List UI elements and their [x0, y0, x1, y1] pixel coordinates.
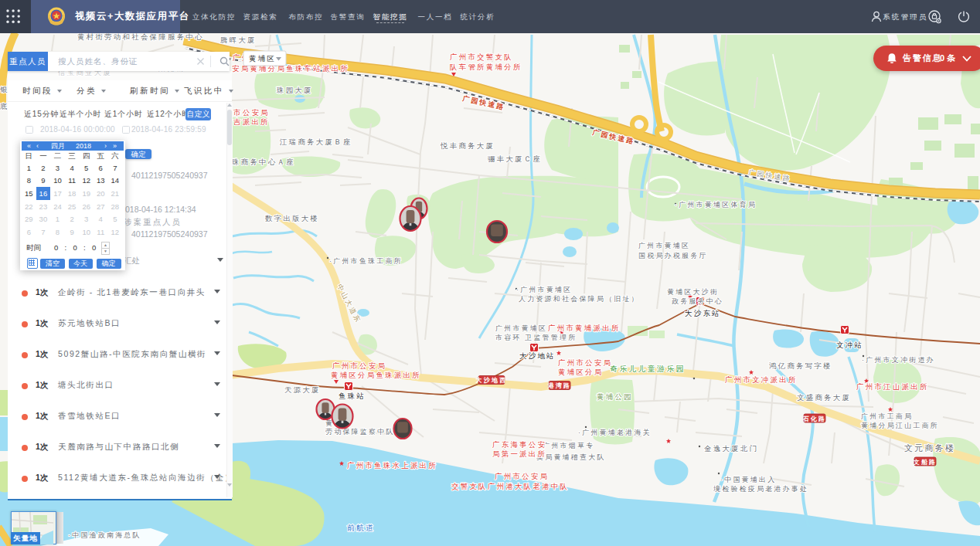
- svg-text:文元商务楼: 文元商务楼: [904, 443, 955, 453]
- svg-text:黄埔区大沙街: 黄埔区大沙街: [667, 288, 719, 296]
- svg-text:鸿亿商务写字楼: 鸿亿商务写字楼: [769, 361, 832, 370]
- svg-text:·广州市黄埔区体育局: ·广州市黄埔区体育局: [675, 201, 757, 209]
- svg-text:文船路: 文船路: [913, 459, 937, 466]
- svg-text:广州市文冲派出所: 广州市文冲派出所: [725, 375, 798, 384]
- svg-text:·广州市黄埔区: ·广州市黄埔区: [516, 286, 572, 293]
- svg-text:广州市鱼珠水上派出所: 广州市鱼珠水上派出所: [347, 461, 437, 470]
- svg-text:市公安局: 市公安局: [233, 108, 270, 117]
- svg-text:广州市江山派出所: 广州市江山派出所: [856, 382, 929, 391]
- svg-text:黄埔区: 黄埔区: [249, 54, 276, 63]
- svg-text:政务服务中心: 政务服务中心: [672, 297, 723, 305]
- svg-text:市容环 卫监管管理所: 市容环 卫监管管理所: [495, 334, 577, 341]
- svg-text:广州市黄埔区: 广州市黄埔区: [495, 324, 547, 332]
- svg-text:骊丰大厦Ｃ座: 骊丰大厦Ｃ座: [488, 154, 542, 163]
- svg-text:腾晖大厦: 腾晖大厦: [220, 36, 257, 44]
- svg-text:黄埔区分局鱼珠派出所: 黄埔区分局鱼珠派出所: [331, 371, 421, 379]
- svg-text:·广州市鱼珠工商所: ·广州市鱼珠工商所: [329, 257, 403, 265]
- svg-text:金逸大厦北门: 金逸大厦北门: [704, 444, 758, 453]
- svg-text:广州市黄埔区: 广州市黄埔区: [638, 242, 690, 249]
- svg-text:广州市黄埔派出所: 广州市黄埔派出所: [548, 324, 621, 332]
- svg-text:队车管所黄埔分所: 队车管所黄埔分所: [450, 63, 522, 71]
- svg-text:境检验检疫局老港办事处: 境检验检疫局老港办事处: [713, 485, 808, 493]
- svg-text:奇乐儿儿童游乐园: 奇乐儿儿童游乐园: [610, 365, 686, 373]
- svg-text:黄埔分局江山工商所: 黄埔分局江山工商所: [861, 422, 939, 429]
- svg-text:大沙地西: 大沙地西: [476, 377, 508, 384]
- svg-text:鱼珠站: 鱼珠站: [339, 392, 366, 400]
- svg-text:港湾路: 港湾路: [547, 382, 572, 389]
- svg-text:广州市交警支队: 广州市交警支队: [450, 53, 513, 61]
- svg-text:·中国黄埔出入: ·中国黄埔出入: [720, 476, 776, 483]
- svg-text:人力资源和社会保障局（旧址）: 人力资源和社会保障局（旧址）: [519, 295, 640, 303]
- svg-text:石化路: 石化路: [802, 415, 827, 422]
- svg-text:江瑞商务大厦Ｂ座: 江瑞商务大厦Ｂ座: [279, 137, 352, 146]
- svg-text:国税局办税服务厅: 国税局办税服务厅: [638, 252, 708, 259]
- svg-text:广州市公安局: 广州市公安局: [495, 472, 549, 480]
- svg-text:卖局黄埔稽查大队: 卖局黄埔稽查大队: [536, 453, 606, 461]
- svg-text:劳动保障监察中队: 劳动保障监察中队: [325, 428, 395, 436]
- svg-text:吉派出所: 吉派出所: [233, 117, 270, 126]
- svg-text:广州市公安局: 广州市公安局: [332, 361, 386, 370]
- svg-text:大沙东站: 大沙东站: [685, 309, 721, 317]
- svg-text:珠商务中心Ａ座: 珠商务中心Ａ座: [231, 158, 295, 166]
- svg-text:广州市公安局: 广州市公安局: [558, 358, 612, 367]
- svg-text:天源大厦: 天源大厦: [284, 385, 321, 394]
- svg-text:·广州市文冲街道办: ·广州市文冲街道办: [862, 356, 935, 364]
- svg-text:黄埔区分局: 黄埔区分局: [558, 368, 604, 376]
- svg-text:大沙地站: 大沙地站: [519, 351, 556, 360]
- svg-text:前航道: 前航道: [347, 524, 375, 532]
- svg-text:广州市工商局: 广州市工商局: [861, 412, 913, 420]
- svg-text:黄埔公园: 黄埔公园: [597, 392, 633, 401]
- svg-text:黄村街劳动和社会保障服务中心: 黄村街劳动和社会保障服务中心: [77, 32, 204, 41]
- svg-text:文盛商务大厦: 文盛商务大厦: [797, 393, 851, 402]
- svg-text:数字出版大楼: 数字出版大楼: [265, 214, 319, 222]
- svg-text:·中国渔政南海总队: ·中国渔政南海总队: [68, 531, 141, 539]
- svg-text:文冲站: 文冲站: [836, 341, 863, 349]
- svg-text:珠园大厦: 珠园大厦: [276, 86, 313, 94]
- svg-text:·广州市烟草专: ·广州市烟草专: [539, 442, 594, 449]
- svg-text:广东海事公安: 广东海事公安: [492, 440, 546, 449]
- svg-text:·广州黄埔老港海关: ·广州黄埔老港海关: [578, 429, 652, 436]
- svg-text:交警支队广州港大队老港中队: 交警支队广州港大队老港中队: [451, 482, 569, 490]
- svg-text:悦丰商务大厦: 悦丰商务大厦: [440, 141, 495, 150]
- svg-text:局第一派出所: 局第一派出所: [492, 449, 546, 458]
